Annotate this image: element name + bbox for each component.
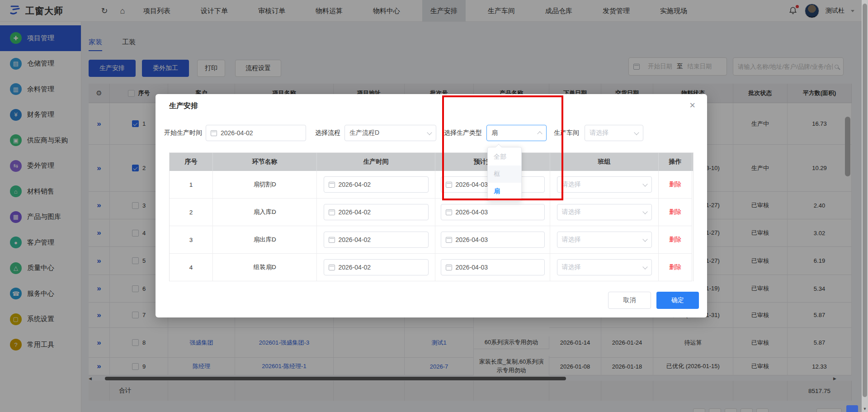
flow-label: 选择流程 [315,125,340,141]
modal-layer: 生产安排 × 开始生产时间 2026-04-02 选择流程 生产流程D 选择生产… [0,0,868,412]
modal-title: 生产安排 [169,101,198,111]
stage-name: 扇出库D [213,226,317,254]
calendar-icon [446,237,452,243]
production-schedule-modal: 生产安排 × 开始生产时间 2026-04-02 选择流程 生产流程D 选择生产… [156,94,707,317]
group-select[interactable]: 请选择 [557,232,652,248]
stage-name: 组装扇D [213,254,317,281]
flow-select[interactable]: 生产流程D [344,125,436,141]
chevron-down-icon [642,237,647,242]
chevron-up-icon [537,131,542,136]
stage-index: 2 [170,199,213,226]
type-option[interactable]: 框 [488,166,521,183]
finish-date-input[interactable]: 2026-04-03 [441,204,545,220]
stage-name: 扇切割D [213,171,317,199]
delete-link[interactable]: 删除 [669,263,681,271]
production-date-input[interactable]: 2026-04-02 [324,204,429,220]
calendar-icon [211,130,217,136]
workshop-select[interactable]: 请选择 [585,125,643,141]
start-date-input[interactable]: 2026-04-02 [206,125,306,141]
calendar-icon [329,209,335,215]
type-select[interactable]: 扇 [486,125,547,141]
production-date-input[interactable]: 2026-04-02 [324,176,429,193]
stage-row: 1 扇切割D 2026-04-02 2026-04-03 [170,171,693,199]
type-option[interactable]: 扇 [488,183,521,200]
stage-row: 2 扇入库D 2026-04-02 2026-04-03 [170,199,693,226]
type-label: 选择生产类型 [444,125,482,141]
stage-name: 扇入库D [213,199,317,226]
close-icon[interactable]: × [689,99,695,111]
type-dropdown-panel: 全部 框 扇 [487,147,522,201]
stages-table-body: 1 扇切割D 2026-04-02 2026-04-03 [170,171,693,281]
chevron-down-icon [642,209,647,214]
cancel-button[interactable]: 取消 [608,292,651,309]
workshop-label: 生产车间 [554,125,579,141]
stage-index: 1 [170,171,213,199]
calendar-icon [329,237,335,243]
calendar-icon [446,182,452,188]
calendar-icon [446,209,452,215]
type-option[interactable]: 全部 [488,148,521,166]
start-time-label: 开始生产时间 [164,125,202,141]
chevron-down-icon [634,130,639,135]
delete-link[interactable]: 删除 [669,236,681,244]
finish-date-input[interactable]: 2026-04-03 [441,232,545,248]
production-date-input[interactable]: 2026-04-02 [324,259,429,275]
calendar-icon [446,265,452,270]
stages-table-header: 序号 环节名称 生产时间 预计完成时间 班组 操作 [170,153,693,171]
chevron-down-icon [642,181,647,186]
calendar-icon [329,182,335,188]
production-date-input[interactable]: 2026-04-02 [324,232,429,248]
stage-row: 4 组装扇D 2026-04-02 2026-04-03 [170,254,693,281]
finish-date-input[interactable]: 2026-04-03 [441,259,545,275]
group-select[interactable]: 请选择 [557,176,652,193]
calendar-icon [329,265,335,270]
stages-table: 序号 环节名称 生产时间 预计完成时间 班组 操作 1 扇切割D 2 [169,152,693,281]
stage-index: 3 [170,226,213,254]
group-select[interactable]: 请选择 [557,259,652,275]
chevron-down-icon [427,130,432,135]
stage-index: 4 [170,254,213,281]
stage-row: 3 扇出库D 2026-04-02 2026-04-03 [170,226,693,254]
delete-link[interactable]: 删除 [669,208,681,216]
group-select[interactable]: 请选择 [557,204,652,220]
delete-link[interactable]: 删除 [669,180,681,189]
chevron-down-icon [642,264,647,269]
confirm-button[interactable]: 确定 [656,292,699,309]
